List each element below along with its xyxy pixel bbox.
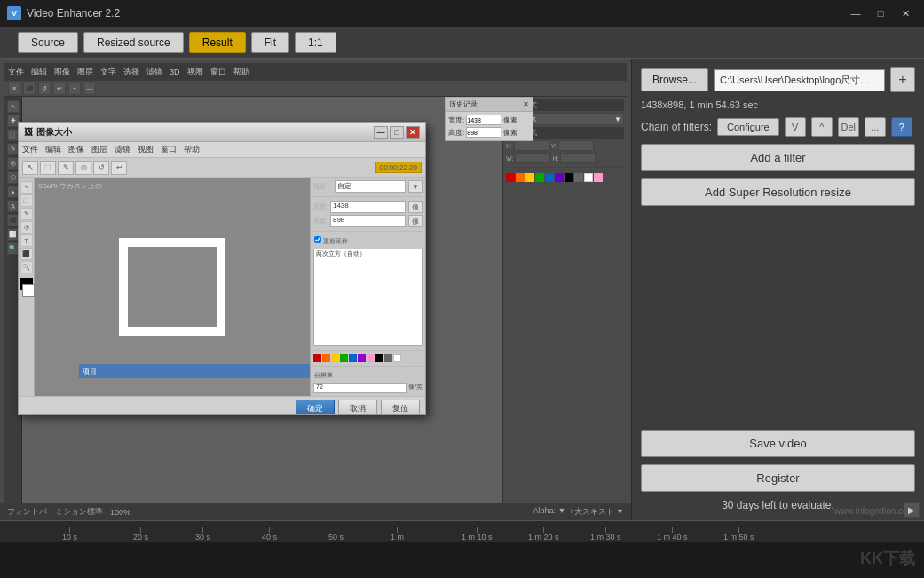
overlay-left-tool-6[interactable]: ⬛ [20, 248, 33, 260]
fake-input-x[interactable] [514, 140, 549, 151]
overlay-menu-help[interactable]: 帮助 [184, 144, 200, 155]
overlay-menu-layer[interactable]: 图层 [91, 144, 107, 155]
overlay-menu-filter[interactable]: 滤镜 [115, 144, 130, 155]
overlay-resample-check[interactable] [314, 236, 321, 243]
overlay-method-select[interactable]: 两次立方（自动） [313, 249, 423, 346]
overlay-tool-1[interactable]: ↖ [22, 161, 38, 175]
swatch-red[interactable] [506, 173, 515, 182]
overlay-minimize[interactable]: — [374, 126, 388, 139]
overlay-left-tool-7[interactable]: 🔍 [20, 261, 33, 273]
overlay-preset-select[interactable]: 自定 [335, 180, 406, 193]
add-file-button[interactable]: + [890, 67, 915, 92]
swatch-black[interactable] [565, 173, 573, 182]
overlay-selected-item[interactable]: 项目 [79, 364, 310, 378]
fake-toolbar-icon-4[interactable]: ↩ [53, 83, 66, 95]
overlay-menu-edit[interactable]: 编辑 [45, 144, 61, 155]
s4[interactable] [340, 354, 348, 362]
overlay-unit-btn[interactable]: 像 [408, 201, 423, 213]
s9[interactable] [384, 354, 392, 362]
s3[interactable] [331, 354, 339, 362]
swatch-gray[interactable] [574, 173, 583, 182]
close-button[interactable]: ✕ [894, 4, 917, 22]
overlay-left-tool-5[interactable]: T [20, 234, 33, 247]
fake-toolbar-icon-2[interactable]: ⬛ [23, 83, 36, 95]
fake-menu-view[interactable]: 视图 [187, 67, 203, 78]
overlay-menu-view[interactable]: 视图 [138, 144, 154, 155]
result-button[interactable]: Result [189, 32, 246, 53]
fake-toolbar-icon-1[interactable]: ≡ [8, 83, 20, 95]
fake-menu-window[interactable]: 窗口 [210, 67, 226, 78]
fake-menu-select[interactable]: 选择 [123, 67, 139, 78]
overlay-tool-6[interactable]: ↩ [111, 161, 127, 175]
fake-tool-1[interactable]: ↖ [7, 100, 20, 113]
swatch-pink[interactable] [594, 173, 603, 182]
overlay-left-tool-4[interactable]: ◎ [20, 221, 33, 234]
overlay-left-tool-1[interactable]: ↖ [20, 181, 33, 194]
overlay-tool-3[interactable]: ✎ [58, 161, 74, 175]
swatch-yellow[interactable] [525, 173, 534, 182]
chain-more-button[interactable]: ... [865, 117, 886, 137]
add-super-res-button[interactable]: Add Super Resolution resize [641, 178, 915, 206]
fake-toolbar-icon-3[interactable]: ↺ [38, 83, 51, 95]
add-filter-button[interactable]: Add a filter [641, 144, 915, 171]
fake-input-h[interactable] [560, 153, 596, 163]
s6[interactable] [358, 354, 366, 362]
overlay-menu-image[interactable]: 图像 [68, 144, 84, 155]
small-panel-width-input[interactable] [466, 115, 501, 125]
timeline-track[interactable] [0, 542, 924, 578]
fake-toolbar-icon-5[interactable]: + [68, 83, 81, 95]
swatch-orange[interactable] [516, 173, 525, 182]
resized-source-button[interactable]: Resized source [83, 32, 184, 53]
overlay-close[interactable]: ✕ [406, 126, 420, 139]
chain-del-button[interactable]: Del [838, 117, 859, 137]
save-video-button[interactable]: Save video [641, 430, 915, 457]
fake-menu-filter[interactable]: 滤镜 [146, 67, 162, 78]
fit-button[interactable]: Fit [251, 32, 289, 53]
swatch-green[interactable] [535, 173, 544, 182]
s7[interactable] [367, 354, 375, 362]
overlay-tool-5[interactable]: ↺ [93, 161, 109, 175]
overlay-menu-file[interactable]: 文件 [22, 144, 38, 155]
nav-arrow-right[interactable]: ▶ [904, 502, 920, 518]
fake-menu-3d[interactable]: 3D [170, 67, 180, 76]
fake-menu-text[interactable]: 文字 [100, 67, 116, 78]
overlay-left-tool-3[interactable]: ✎ [20, 208, 33, 220]
browse-button[interactable]: Browse... [641, 68, 708, 91]
overlay-res-input[interactable]: 72 [313, 383, 407, 393]
overlay-tool-2[interactable]: ⬚ [40, 161, 56, 175]
minimize-button[interactable]: — [844, 4, 867, 22]
swatch-purple[interactable] [555, 173, 564, 182]
one-to-one-button[interactable]: 1:1 [295, 32, 336, 53]
overlay-reset-button[interactable]: 复位 [381, 400, 420, 415]
maximize-button[interactable]: □ [869, 4, 892, 22]
overlay-height-input[interactable]: 898 [330, 215, 406, 227]
swatch-blue[interactable] [545, 173, 554, 182]
s1[interactable] [313, 354, 321, 362]
s2[interactable] [322, 354, 330, 362]
overlay-tool-4[interactable]: ◎ [75, 161, 91, 175]
fake-menu-layer[interactable]: 图层 [77, 67, 93, 78]
s8[interactable] [375, 354, 383, 362]
fake-menu-help[interactable]: 帮助 [233, 67, 249, 78]
overlay-left-tool-2[interactable]: ⬚ [20, 194, 33, 207]
fake-input-y[interactable] [558, 140, 594, 151]
overlay-preset-btn[interactable]: ▼ [408, 180, 423, 193]
fake-toolbar-icon-6[interactable]: — [83, 83, 96, 95]
small-panel-height-input[interactable] [466, 127, 501, 138]
source-button[interactable]: Source [18, 32, 78, 53]
fake-menu-edit[interactable]: 编辑 [31, 67, 47, 78]
overlay-cancel-button[interactable]: 取消 [338, 400, 377, 415]
overlay-maximize[interactable]: □ [390, 126, 404, 139]
fake-menu-image[interactable]: 图像 [54, 67, 70, 78]
overlay-bg-color[interactable] [22, 284, 35, 297]
chain-down-button[interactable]: V [785, 117, 806, 137]
overlay-tool-special[interactable]: 00:00:22.20 [375, 162, 422, 173]
fake-input-w[interactable] [515, 153, 550, 163]
overlay-ok-button[interactable]: 确定 [296, 400, 335, 415]
swatch-white[interactable] [584, 173, 593, 182]
s10[interactable] [393, 354, 401, 362]
overlay-width-input[interactable]: 1438 [330, 201, 406, 213]
small-panel-close[interactable]: ✕ [523, 100, 529, 108]
chain-help-button[interactable]: ? [891, 117, 912, 137]
overlay-unit-btn-2[interactable]: 像 [408, 215, 423, 227]
